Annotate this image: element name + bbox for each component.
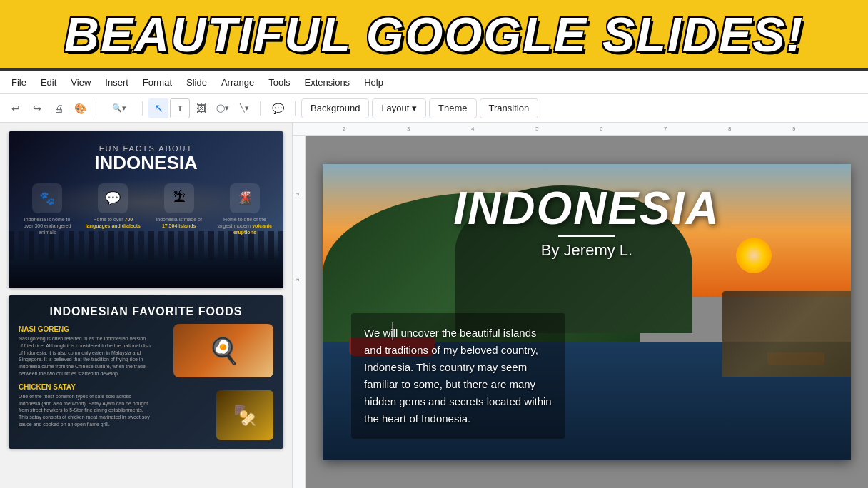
chicken-satay-section: CHICKEN SATAY One of the most common typ… — [19, 383, 273, 428]
slide2-content: 🍳 🍢 INDONESIAN FAVORITE FOODS NASI GOREN… — [9, 295, 283, 449]
slide1-icon-text-0: Indonesia is home to over 300 endangered… — [19, 216, 76, 235]
separator-3 — [260, 101, 261, 116]
ruler-mark-3: 3 — [407, 126, 410, 132]
banner: BEAUTIFUL GOOGLE SLIDES! — [0, 0, 868, 71]
nasi-goreng-desc: Nasi goreng is often referred to as the … — [19, 335, 151, 377]
slide1-icon-animals: 🐾 Indonesia is home to over 300 endanger… — [19, 183, 76, 235]
menu-extensions[interactable]: Extensions — [299, 74, 356, 91]
history-tools: ↩ ↪ 🖨 🎨 — [6, 98, 90, 118]
separator-1 — [96, 101, 96, 116]
ruler-mark-4: 4 — [471, 126, 474, 132]
ruler-mark-8: 8 — [728, 126, 731, 132]
menu-slide[interactable]: Slide — [181, 74, 213, 91]
ruler-mark-5: 5 — [535, 126, 538, 132]
slide1-icon-languages: 💬 Home to over 700 languages and dialect… — [84, 183, 141, 235]
menu-file[interactable]: File — [6, 74, 32, 91]
select-button[interactable]: ↖ — [148, 98, 168, 118]
main-slide-text: INDONESIA By Jeremy L. We will uncover t… — [323, 164, 851, 460]
ruler-marks: 2 3 4 5 6 7 8 9 — [293, 123, 868, 133]
speech-icon: 💬 — [98, 183, 128, 213]
ruler-mark-2: 2 — [343, 126, 345, 132]
slide2-title: INDONESIAN FAVORITE FOODS — [19, 305, 273, 318]
edit-tools: ↖ T 🖼 ◯▾ ╲▾ — [148, 98, 254, 118]
v-ruler-mark-2: 2 — [294, 193, 301, 195]
nasi-goreng-section: NASI GORENG Nasi goreng is often referre… — [19, 325, 273, 377]
ruler-mark-9: 9 — [792, 126, 795, 132]
redo-button[interactable]: ↪ — [27, 98, 47, 118]
menu-arrange[interactable]: Arrange — [216, 74, 260, 91]
print-button[interactable]: 🖨 — [49, 98, 69, 118]
island-icon: 🏝 — [164, 183, 194, 213]
main-title: INDONESIA — [351, 185, 822, 231]
menubar: File Edit View Insert Format Slide Arran… — [0, 71, 868, 94]
chicken-satay-name: CHICKEN SATAY — [19, 383, 273, 391]
background-button[interactable]: Background — [301, 98, 369, 118]
textbox-button[interactable]: T — [170, 98, 190, 118]
slide1-icon-text-3: Home to one of the largest modern volcan… — [216, 216, 273, 235]
menu-tools[interactable]: Tools — [263, 74, 296, 91]
menu-view[interactable]: View — [65, 74, 96, 91]
slide-thumb-2[interactable]: 🍳 🍢 INDONESIAN FAVORITE FOODS NASI GOREN… — [9, 295, 283, 449]
ruler-mark-6: 6 — [600, 126, 602, 132]
slide1-icon-text-1: Home to over 700 languages and dialects — [84, 216, 141, 229]
main-subtitle: By Jeremy L. — [351, 241, 822, 260]
menu-help[interactable]: Help — [358, 74, 389, 91]
undo-button[interactable]: ↩ — [6, 98, 26, 118]
main-body-text: We will uncover the beautiful islands an… — [351, 313, 565, 439]
slide1-icon-islands: 🏝 Indonesia is made of 17,504 islands — [151, 183, 208, 235]
vertical-ruler: 2 3 — [293, 136, 306, 488]
zoom-button[interactable]: 🔍▾ — [102, 98, 136, 118]
ruler-mark-7: 7 — [664, 126, 667, 132]
zoom-tools: 🔍▾ — [102, 98, 136, 118]
main-slide: INDONESIA By Jeremy L. We will uncover t… — [323, 164, 851, 460]
menu-format[interactable]: Format — [137, 74, 178, 91]
image-button[interactable]: 🖼 — [191, 98, 211, 118]
canvas-wrapper: 2 3 — [293, 136, 868, 488]
title-divider — [558, 235, 615, 237]
nasi-goreng-name: NASI GORENG — [19, 325, 273, 333]
separator-2 — [142, 101, 143, 116]
menu-edit[interactable]: Edit — [35, 74, 62, 91]
paint-format-button[interactable]: 🎨 — [70, 98, 90, 118]
canvas-area: 2 3 4 5 6 7 8 9 2 3 — [293, 123, 868, 488]
slide1-content: FUN FACTS ABOUT INDONESIA 🐾 Indonesia is… — [9, 131, 283, 288]
volcano-icon: 🌋 — [230, 183, 260, 213]
slide1-indonesia: INDONESIA — [9, 153, 283, 173]
chicken-satay-desc: One of the most common types of sate sol… — [19, 393, 151, 428]
shapes-button[interactable]: ◯▾ — [213, 98, 233, 118]
slide-thumb-1[interactable]: FUN FACTS ABOUT INDONESIA 🐾 Indonesia is… — [9, 131, 283, 288]
separator-4 — [295, 101, 296, 116]
slide-panel: FUN FACTS ABOUT INDONESIA 🐾 Indonesia is… — [0, 123, 293, 488]
slide-canvas[interactable]: INDONESIA By Jeremy L. We will uncover t… — [306, 136, 868, 488]
comment-button[interactable]: 💬 — [266, 98, 289, 118]
transition-button[interactable]: Transition — [480, 98, 539, 118]
layout-button[interactable]: Layout ▾ — [372, 98, 426, 118]
toolbar: ↩ ↪ 🖨 🎨 🔍▾ ↖ T 🖼 ◯▾ ╲▾ 💬 Background Layo… — [0, 94, 868, 123]
v-ruler-mark-3: 3 — [294, 278, 301, 281]
main-slide-header: INDONESIA By Jeremy L. — [351, 185, 822, 260]
theme-button[interactable]: Theme — [429, 98, 476, 118]
banner-title: BEAUTIFUL GOOGLE SLIDES! — [64, 6, 804, 62]
line-button[interactable]: ╲▾ — [234, 98, 254, 118]
slide1-icon-text-2: Indonesia is made of 17,504 islands — [151, 216, 208, 229]
paw-icon: 🐾 — [32, 183, 62, 213]
horizontal-ruler: 2 3 4 5 6 7 8 9 — [293, 123, 868, 136]
slide1-icon-volcano: 🌋 Home to one of the largest modern volc… — [216, 183, 273, 235]
main-area: FUN FACTS ABOUT INDONESIA 🐾 Indonesia is… — [0, 123, 868, 488]
menu-insert[interactable]: Insert — [99, 74, 134, 91]
